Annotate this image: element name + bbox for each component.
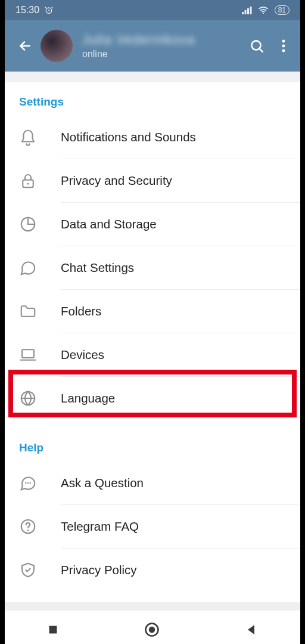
item-ask[interactable]: Ask a Question (5, 462, 300, 504)
laptop-icon (19, 346, 61, 364)
svg-point-16 (27, 482, 29, 484)
item-devices[interactable]: Devices (5, 333, 300, 376)
question-chat-icon (19, 474, 61, 492)
more-icon[interactable] (281, 39, 286, 53)
item-faq[interactable]: Telegram FAQ (5, 505, 300, 548)
svg-rect-3 (247, 8, 249, 14)
item-label: Data and Storage (61, 217, 157, 231)
avatar[interactable] (41, 30, 73, 62)
item-folders[interactable]: Folders (5, 290, 300, 333)
status-bar: 15:30 81 (5, 0, 300, 20)
item-language[interactable]: Language (5, 377, 300, 420)
nav-back-icon[interactable] (244, 623, 259, 637)
lock-icon (19, 172, 61, 190)
nav-strip (5, 602, 300, 611)
signal-icon (242, 6, 252, 14)
section-title-settings: Settings (5, 82, 300, 116)
svg-point-19 (27, 530, 29, 531)
svg-rect-20 (49, 626, 57, 634)
settings-body: Settings Notifications and Sounds Privac… (5, 82, 300, 592)
nav-home-icon[interactable] (144, 621, 160, 638)
help-list: Ask a Question Telegram FAQ Privacy Poli… (5, 462, 300, 592)
item-label: Privacy Policy (61, 563, 137, 577)
svg-point-7 (282, 40, 285, 43)
item-label: Devices (61, 348, 104, 362)
status-right: 81 (242, 5, 290, 15)
header-text: Julia Vedernikova online (82, 32, 249, 60)
svg-rect-4 (250, 7, 251, 14)
nav-recent-icon[interactable] (46, 623, 60, 636)
status-left: 15:30 (15, 5, 54, 16)
app-frame: 15:30 81 Julia Vedernikova online (0, 0, 305, 644)
pie-icon (19, 215, 61, 233)
svg-rect-13 (22, 349, 34, 358)
svg-point-11 (27, 182, 29, 184)
section-title-help: Help (5, 435, 300, 462)
item-label: Ask a Question (61, 476, 144, 490)
back-button[interactable] (12, 38, 38, 54)
shield-check-icon (19, 561, 61, 579)
svg-rect-2 (244, 10, 246, 14)
item-label: Telegram FAQ (61, 519, 139, 534)
globe-icon (19, 389, 61, 407)
item-policy[interactable]: Privacy Policy (5, 549, 300, 592)
svg-point-9 (282, 49, 285, 52)
search-icon[interactable] (249, 38, 264, 54)
item-label: Chat Settings (61, 261, 134, 275)
profile-name: Julia Vedernikova (82, 32, 249, 48)
svg-point-15 (25, 482, 27, 484)
item-label: Privacy and Security (61, 174, 172, 188)
svg-point-17 (30, 482, 32, 484)
svg-point-8 (282, 45, 285, 48)
item-chat[interactable]: Chat Settings (5, 246, 300, 289)
item-label: Notifications and Sounds (61, 130, 196, 144)
item-data[interactable]: Data and Storage (5, 203, 300, 246)
status-time: 15:30 (15, 5, 39, 16)
svg-rect-1 (242, 12, 244, 14)
svg-point-5 (263, 13, 264, 14)
item-notifications[interactable]: Notifications and Sounds (5, 116, 300, 159)
settings-list: Notifications and Sounds Privacy and Sec… (5, 116, 300, 420)
header-actions (249, 38, 286, 54)
chat-icon (19, 259, 61, 277)
svg-point-22 (149, 627, 155, 633)
separator-strip (5, 72, 300, 82)
item-label: Folders (61, 304, 101, 318)
folder-icon (19, 302, 61, 320)
battery-level: 81 (278, 6, 286, 14)
item-privacy[interactable]: Privacy and Security (5, 159, 300, 202)
app-header: Julia Vedernikova online (5, 20, 300, 72)
alarm-icon (44, 5, 54, 15)
bell-icon (19, 128, 61, 146)
wifi-icon (258, 6, 269, 14)
item-label: Language (61, 391, 115, 405)
help-circle-icon (19, 518, 61, 535)
android-navbar (5, 611, 300, 644)
battery-indicator: 81 (275, 5, 290, 15)
profile-status: online (82, 49, 249, 60)
